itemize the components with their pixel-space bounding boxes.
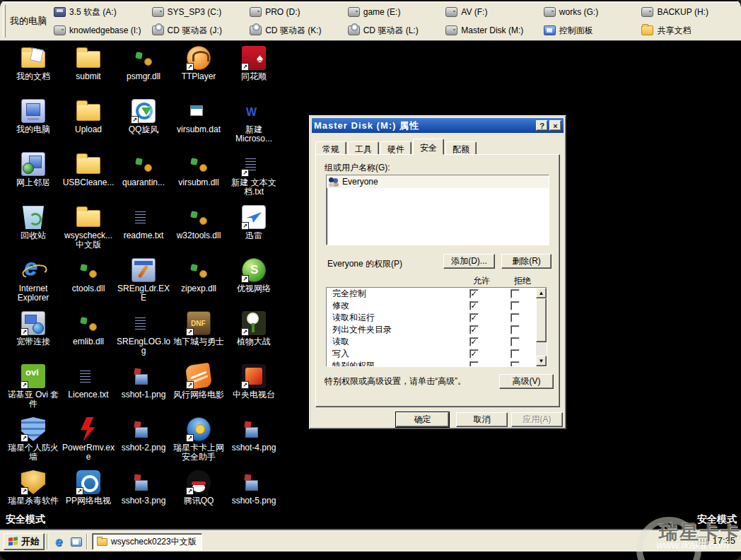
- desktop-icon[interactable]: 回收站: [6, 203, 61, 256]
- deny-checkbox[interactable]: [510, 301, 520, 310]
- desktop-icon[interactable]: ↗优视网络: [226, 256, 281, 309]
- tray-clock[interactable]: 17:35: [712, 535, 735, 546]
- desktop-icon[interactable]: 新建 Microso...: [226, 97, 281, 150]
- remove-button[interactable]: 删除(R): [501, 254, 552, 269]
- deny-checkbox[interactable]: [510, 313, 520, 322]
- desktop-icon[interactable]: Licence.txt: [61, 362, 116, 415]
- desktop-icon[interactable]: quarantin...: [116, 150, 171, 203]
- drive-item[interactable]: works (G:): [542, 3, 641, 21]
- toolbar-drag-handle[interactable]: [3, 5, 6, 37]
- desktop-icon[interactable]: sshot-1.png: [116, 362, 171, 415]
- desktop-icon[interactable]: sshot-4.png: [226, 415, 281, 468]
- tab-security[interactable]: 安全: [413, 139, 444, 155]
- desktop-icon[interactable]: w32tools.dll: [171, 203, 226, 256]
- help-icon[interactable]: ?: [536, 120, 548, 131]
- desktop-icon[interactable]: Upload: [61, 97, 116, 150]
- desktop-icon[interactable]: ↗地下城与勇士: [171, 309, 226, 362]
- desktop-icon[interactable]: wsyscheck... 中文版: [61, 203, 116, 256]
- drive-item[interactable]: PRO (D:): [248, 3, 346, 21]
- allow-checkbox[interactable]: ✓: [469, 313, 479, 322]
- desktop-icon[interactable]: sshot-3.png: [116, 468, 171, 521]
- tab-tools[interactable]: 工具: [348, 141, 379, 155]
- desktop-icon[interactable]: emlib.dll: [61, 309, 116, 362]
- desktop-icon[interactable]: ↗宽带连接: [6, 309, 61, 362]
- allow-checkbox[interactable]: ✓: [469, 289, 479, 298]
- deny-checkbox[interactable]: [510, 337, 520, 346]
- add-button[interactable]: 添加(D)...: [443, 254, 495, 269]
- close-icon[interactable]: ×: [549, 120, 561, 131]
- desktop-icon[interactable]: ↗迅雷: [226, 203, 281, 256]
- deny-checkbox[interactable]: [510, 361, 520, 366]
- start-button[interactable]: 开始: [4, 533, 45, 550]
- desktop-icon[interactable]: ↗风行网络电影: [171, 362, 226, 415]
- drive-item[interactable]: SYS_SP3 (C:): [151, 3, 249, 21]
- desktop-icon[interactable]: SREngLOG.log: [116, 309, 171, 362]
- desktop-icon[interactable]: SREngLdr.EXE: [116, 256, 171, 309]
- keyboard-tray-icon[interactable]: [696, 537, 708, 544]
- drive-item[interactable]: CD 驱动器 (K:): [248, 21, 346, 40]
- desktop-icon[interactable]: ↗诺基亚 Ovi 套件: [6, 362, 61, 415]
- allow-checkbox[interactable]: [469, 361, 479, 366]
- desktop-icon[interactable]: 网上邻居: [6, 150, 61, 203]
- desktop-icon[interactable]: ↗新建 文本文档.txt: [226, 150, 281, 203]
- scroll-up-icon[interactable]: ▲: [536, 288, 547, 298]
- allow-checkbox[interactable]: ✓: [469, 349, 479, 358]
- desktop-icon[interactable]: ↗同花顺: [226, 44, 281, 97]
- desktop-icon[interactable]: sshot-2.png: [116, 415, 171, 468]
- desktop-icon[interactable]: ↗中央电视台: [226, 362, 281, 415]
- desktop-icon[interactable]: submit: [61, 44, 116, 97]
- group-user-list[interactable]: Everyone: [326, 175, 549, 245]
- desktop-icon[interactable]: ↗瑞星卡卡上网 安全助手: [171, 415, 226, 468]
- tab-quota[interactable]: 配额: [445, 141, 477, 155]
- desktop-icon[interactable]: 我的电脑: [6, 97, 61, 150]
- desktop-icon[interactable]: USBCleane...: [61, 150, 116, 203]
- desktop-icon[interactable]: psmgr.dll: [116, 44, 171, 97]
- group-list-item[interactable]: Everyone: [327, 175, 549, 188]
- desktop-icon[interactable]: ↗PP网络电视: [61, 468, 116, 521]
- desktop-icon[interactable]: sshot-5.png: [226, 468, 281, 521]
- desktop-icon[interactable]: ↗腾讯QQ: [171, 468, 226, 521]
- desktop-icon[interactable]: virsubm.dat: [171, 97, 226, 150]
- drive-item[interactable]: CD 驱动器 (J:): [151, 21, 249, 40]
- drive-item[interactable]: 控制面板: [542, 21, 641, 40]
- show-desktop-icon[interactable]: [69, 535, 84, 549]
- drive-item[interactable]: 共享文档: [640, 21, 738, 40]
- permissions-scrollbar[interactable]: ▲ ▼: [535, 288, 547, 366]
- drive-item[interactable]: AV (F:): [444, 3, 542, 21]
- deny-checkbox[interactable]: [510, 325, 520, 334]
- desktop-icon[interactable]: ctools.dll: [61, 256, 116, 309]
- desktop-icon[interactable]: PowerRmv.exe: [61, 415, 116, 468]
- allow-checkbox[interactable]: ✓: [469, 301, 479, 310]
- desktop-icon[interactable]: virsubm.dll: [171, 150, 226, 203]
- scrollbar-track[interactable]: [536, 342, 547, 356]
- desktop-icon[interactable]: 我的文档: [6, 44, 61, 97]
- dialog-titlebar[interactable]: Master Disk (M:) 属性 ? ×: [312, 118, 564, 133]
- desktop-icon[interactable]: ↗QQ旋风: [116, 97, 171, 150]
- drive-item[interactable]: BACKUP (H:): [640, 3, 738, 21]
- allow-checkbox[interactable]: ✓: [469, 337, 479, 346]
- desktop-icon[interactable]: ↗植物大战: [226, 309, 281, 362]
- tab-general[interactable]: 常规: [315, 141, 346, 155]
- desktop-icon[interactable]: ↗TTPlayer: [171, 44, 226, 97]
- drive-item[interactable]: Master Disk (M:): [444, 21, 542, 40]
- advanced-button[interactable]: 高级(V): [499, 374, 554, 389]
- drive-item[interactable]: game (E:): [346, 3, 445, 21]
- scrollbar-thumb[interactable]: [536, 298, 547, 342]
- desktop-icon[interactable]: zipexp.dll: [171, 256, 226, 309]
- desktop-icon[interactable]: readme.txt: [116, 203, 171, 256]
- drive-item[interactable]: knowledgebase (I:): [52, 21, 151, 40]
- drive-item[interactable]: 3.5 软盘 (A:): [52, 3, 151, 21]
- ok-button[interactable]: 确定: [396, 412, 449, 427]
- desktop-icon[interactable]: ↗瑞星个人防火墙: [6, 415, 61, 468]
- drive-item[interactable]: CD 驱动器 (L:): [346, 21, 445, 40]
- ie-quicklaunch-icon[interactable]: e: [51, 535, 66, 549]
- deny-checkbox[interactable]: [510, 289, 520, 298]
- desktop-icon[interactable]: Internet Explorer: [6, 256, 61, 309]
- tab-hardware[interactable]: 硬件: [380, 141, 412, 155]
- scroll-down-icon[interactable]: ▼: [536, 356, 547, 366]
- allow-checkbox[interactable]: ✓: [469, 325, 479, 334]
- deny-checkbox[interactable]: [510, 349, 520, 358]
- task-button[interactable]: wsyscheck0223中文版: [92, 533, 202, 550]
- cancel-button[interactable]: 取消: [456, 412, 508, 427]
- apply-button[interactable]: 应用(A): [511, 412, 563, 427]
